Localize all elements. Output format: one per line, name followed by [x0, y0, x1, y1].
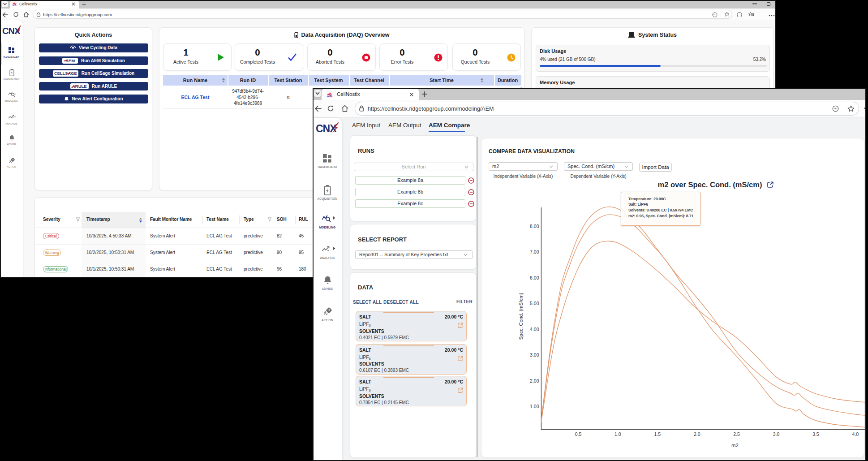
svg-text:0.5: 0.5	[575, 431, 582, 437]
svg-text:3.00: 3.00	[530, 352, 539, 358]
svg-text:4.0: 4.0	[852, 431, 859, 437]
svg-text:2.0: 2.0	[694, 431, 700, 437]
svg-text:3.5: 3.5	[812, 431, 819, 437]
svg-text:3.0: 3.0	[773, 431, 780, 437]
svg-text:m2: m2	[731, 443, 739, 448]
svg-text:Spec. Cond. (mS/cm): Spec. Cond. (mS/cm)	[518, 293, 524, 340]
svg-text:1.00: 1.00	[530, 404, 539, 409]
svg-text:1.0: 1.0	[614, 431, 621, 437]
svg-text:8.00: 8.00	[530, 224, 539, 229]
svg-text:5.00: 5.00	[530, 301, 539, 306]
svg-text:2.5: 2.5	[733, 431, 740, 437]
svg-text:CNX: CNX	[2, 26, 21, 36]
svg-text:CNX: CNX	[316, 123, 337, 134]
svg-text:4.00: 4.00	[530, 327, 539, 332]
svg-text:6.00: 6.00	[530, 275, 539, 280]
svg-text:7.00: 7.00	[530, 249, 539, 254]
svg-text:2.00: 2.00	[530, 378, 539, 383]
svg-text:1.5: 1.5	[654, 431, 661, 437]
